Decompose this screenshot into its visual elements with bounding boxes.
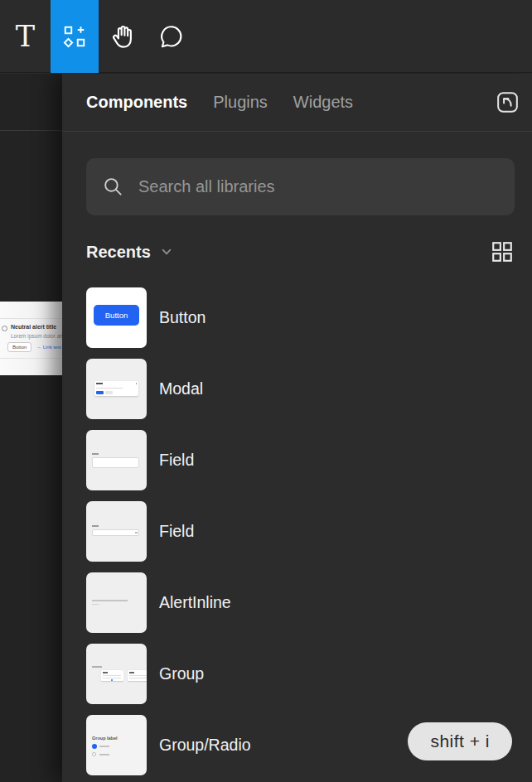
preview-button: Button: [94, 305, 139, 326]
component-thumbnail: [86, 644, 147, 704]
component-thumbnail: [86, 430, 147, 490]
alert-link: → Link text: [36, 345, 61, 350]
neutral-alert-component: Neutral alert title Lorem ipsum dolor am…: [0, 318, 62, 359]
alert-info-icon: [2, 326, 7, 331]
hand-icon: [109, 23, 136, 50]
component-name: Group/Radio: [159, 736, 251, 755]
component-thumbnail: Button: [86, 287, 147, 348]
component-name: Field: [159, 451, 194, 470]
recents-header: Recents: [86, 240, 515, 263]
alert-button: Button: [7, 342, 31, 352]
search-icon: [102, 176, 124, 198]
component-name: AlertInline: [159, 593, 231, 612]
search-bar[interactable]: [86, 158, 515, 215]
panel-body: Recents: [62, 132, 532, 781]
tab-components[interactable]: Components: [86, 93, 187, 112]
panel-tabs: Components Plugins Widgets: [86, 93, 353, 112]
component-item-field-1[interactable]: Field: [86, 430, 515, 490]
shortcut-hint-badge: shift + i: [408, 722, 512, 760]
component-item-alertinline[interactable]: AlertInline: [86, 572, 515, 633]
recents-title[interactable]: Recents: [86, 243, 151, 262]
components-tool[interactable]: [51, 0, 99, 73]
chevron-down-icon[interactable]: [160, 245, 173, 258]
canvas-area[interactable]: Neutral alert title Lorem ipsum dolor am…: [0, 74, 62, 782]
component-name: Button: [159, 308, 206, 327]
preview-modal: [94, 381, 138, 396]
comment-tool[interactable]: [147, 0, 195, 73]
alert-body-text: Lorem ipsum dolor amet conse: [11, 333, 62, 339]
grid-view-icon: [491, 240, 514, 263]
canvas-alert-frame[interactable]: Neutral alert title Lorem ipsum dolor am…: [0, 302, 62, 375]
component-thumbnail: [86, 359, 147, 419]
text-tool[interactable]: T: [0, 0, 51, 73]
component-item-group[interactable]: Group: [86, 644, 515, 704]
text-tool-icon: T: [16, 22, 35, 51]
component-name: Field: [159, 522, 194, 541]
component-item-modal[interactable]: Modal: [86, 359, 515, 419]
component-thumbnail: Group label: [86, 715, 147, 775]
component-item-field-2[interactable]: Field: [86, 501, 515, 562]
radio-selected-icon: [92, 744, 97, 749]
component-thumbnail: [86, 501, 147, 562]
search-input[interactable]: [138, 177, 499, 196]
component-name: Modal: [159, 379, 203, 398]
workspace: Neutral alert title Lorem ipsum dolor am…: [0, 74, 532, 782]
preview-group-label: Group label: [92, 736, 118, 741]
grid-view-button[interactable]: [491, 240, 514, 263]
hand-tool[interactable]: [99, 0, 147, 73]
components-panel: Components Plugins Widgets: [62, 74, 532, 782]
panel-header: Components Plugins Widgets: [62, 74, 532, 132]
components-icon: [62, 24, 87, 49]
component-item-button[interactable]: Button Button: [86, 287, 515, 348]
alert-title: Neutral alert title: [11, 324, 56, 330]
component-name: Group: [159, 664, 204, 683]
collapse-panel-button[interactable]: [493, 89, 521, 117]
comment-icon: [157, 23, 184, 50]
radio-unselected-icon: [92, 752, 96, 756]
canvas-divider: [0, 130, 62, 131]
figma-app: T: [0, 0, 532, 782]
tab-widgets[interactable]: Widgets: [293, 93, 353, 112]
tab-plugins[interactable]: Plugins: [213, 93, 268, 112]
arrow-top-left-icon: [495, 89, 520, 115]
toolbar: T: [0, 0, 532, 73]
component-thumbnail: [86, 572, 147, 633]
